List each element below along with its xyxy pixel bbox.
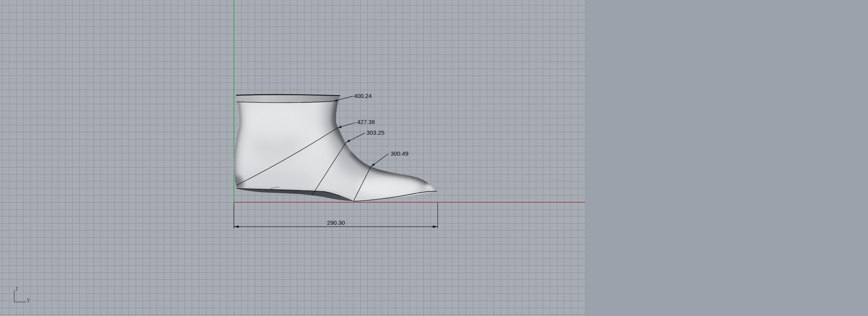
svg-text:303.25: 303.25 [367,130,384,136]
svg-text:y: y [27,296,30,303]
svg-text:300.49: 300.49 [391,150,408,157]
svg-text:z: z [15,285,18,292]
svg-text:400.24: 400.24 [354,93,372,99]
svg-text:427.38: 427.38 [357,119,375,125]
svg-text:290.30: 290.30 [327,220,345,226]
